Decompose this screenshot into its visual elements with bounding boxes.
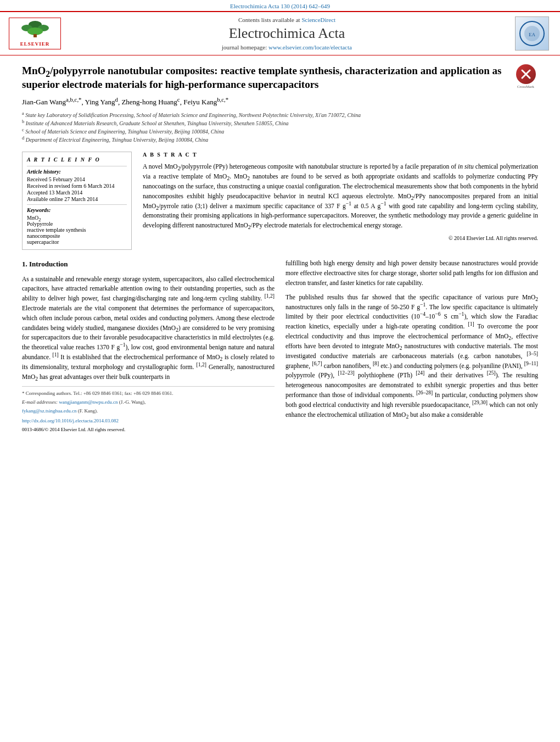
footer-doi: http://dx.doi.org/10.1016/j.electacta.20… (22, 417, 275, 425)
keyword-5: supercapacitor (27, 239, 127, 245)
main-body: 1. Introduction As a sustainable and ren… (22, 259, 538, 434)
intro-para-1: As a sustainable and renewable energy st… (22, 275, 275, 382)
svg-rect-5 (33, 34, 37, 37)
affiliation-d: d Department of Electrical Engineering, … (22, 136, 538, 144)
email-line: E-mail addresses: wangjianganm@nwpu.edu.… (22, 399, 275, 406)
crossmark-icon (520, 68, 532, 80)
intro-para-2: fulfilling both high energy density and … (285, 259, 538, 288)
keyword-2: Polypyrrole (27, 221, 127, 227)
main-col-left: 1. Introduction As a sustainable and ren… (22, 259, 275, 434)
article-history-label: Article history: (27, 169, 127, 175)
affiliation-a: a State key Laboratory of Solidification… (22, 111, 538, 119)
journal-header: ELSEVIER Contents lists available at Sci… (0, 11, 560, 55)
journal-center-header: Contents lists available at ScienceDirec… (66, 16, 507, 51)
journal-homepage-link[interactable]: www.elsevier.com/locate/electacta (268, 44, 352, 51)
info-divider-1 (27, 166, 127, 166)
journal-homepage-line: journal homepage: www.elsevier.com/locat… (66, 44, 507, 51)
elsevier-logo-area: ELSEVIER (9, 18, 61, 49)
crossmark-badge[interactable]: CrossMark (513, 64, 538, 89)
intro-para-3: The published results thus far showed th… (285, 293, 538, 420)
header-top: Electrochimica Acta 130 (2014) 642–649 (0, 0, 560, 11)
footer-block: * Corresponding authors. Tel.: +86 029 8… (22, 386, 275, 415)
info-abstract-row: A R T I C L E I N F O Article history: R… (22, 152, 538, 250)
received-revised-date: Received in revised form 6 March 2014 (27, 183, 127, 189)
article-info-box: A R T I C L E I N F O Article history: R… (22, 152, 132, 250)
abstract-col: A B S T R A C T A novel MnO2/polypyrrole… (143, 152, 538, 250)
journal-title-header: Electrochimica Acta (66, 25, 507, 42)
accepted-date: Accepted 13 March 2014 (27, 189, 127, 196)
journal-logo-right: EA (513, 16, 551, 51)
article-title: MnO2/polypyrrole nanotubular composites:… (22, 64, 505, 91)
email2-link[interactable]: fykang@sz.tsinghua.edu.cn (22, 408, 77, 414)
article-body: MnO2/polypyrrole nanotubular composites:… (0, 55, 560, 439)
main-col-right: fulfilling both high energy density and … (285, 259, 538, 434)
keyword-3: reactive template synthesis (27, 227, 127, 233)
corresponding-note: * Corresponding authors. Tel.: +86 029 8… (22, 390, 275, 398)
article-info-title: A R T I C L E I N F O (27, 157, 127, 163)
email1-link[interactable]: wangjianganm@nwpu.edu.cn (59, 399, 117, 405)
affiliations-block: a State key Laboratory of Solidification… (22, 111, 538, 144)
svg-point-4 (27, 27, 43, 35)
authors-line: Jian-Gan Wanga,b,c,*, Ying Yangd, Zheng-… (22, 98, 538, 107)
footer-issn: 0013-4686/© 2014 Elsevier Ltd. All right… (22, 426, 275, 434)
info-divider-2 (27, 204, 127, 205)
svg-text:EA: EA (529, 32, 535, 37)
abstract-text: A novel MnO2/polypyrrole (PPy) heterogen… (143, 162, 538, 231)
email2-line: fykang@sz.tsinghua.edu.cn (F. Kang). (22, 408, 275, 415)
keyword-4: nanocomposite (27, 233, 127, 239)
elsevier-wordmark: ELSEVIER (13, 41, 57, 47)
available-date: Available online 27 March 2014 (27, 196, 127, 202)
crossmark-label: CrossMark (517, 85, 534, 89)
article-info-col: A R T I C L E I N F O Article history: R… (22, 152, 132, 250)
affiliation-b: b Institute of Advanced Materials Resear… (22, 119, 538, 127)
sciencedirect-link[interactable]: ScienceDirect (301, 16, 335, 23)
affiliation-c: c School of Materials Science and Engine… (22, 127, 538, 136)
section-1-heading: 1. Introduction (22, 259, 275, 270)
copyright-line: © 2014 Elsevier Ltd. All rights reserved… (143, 235, 538, 241)
article-title-section: MnO2/polypyrrole nanotubular composites:… (22, 64, 538, 91)
elsevier-logo-box: ELSEVIER (9, 18, 61, 49)
received-date: Received 5 February 2014 (27, 176, 127, 182)
keyword-1: MnO2 (27, 215, 127, 221)
journal-logo-box: EA (515, 16, 549, 51)
contents-available: Contents lists available at ScienceDirec… (66, 16, 507, 23)
keywords-label: Keywords: (27, 207, 127, 213)
electrochimica-logo-icon: EA (518, 20, 546, 47)
abstract-title: A B S T R A C T (143, 152, 538, 158)
doi-link[interactable]: http://dx.doi.org/10.1016/j.electacta.20… (22, 418, 119, 423)
elsevier-tree-icon (16, 20, 54, 38)
doi-header: Electrochimica Acta 130 (2014) 642–649 (230, 3, 330, 9)
